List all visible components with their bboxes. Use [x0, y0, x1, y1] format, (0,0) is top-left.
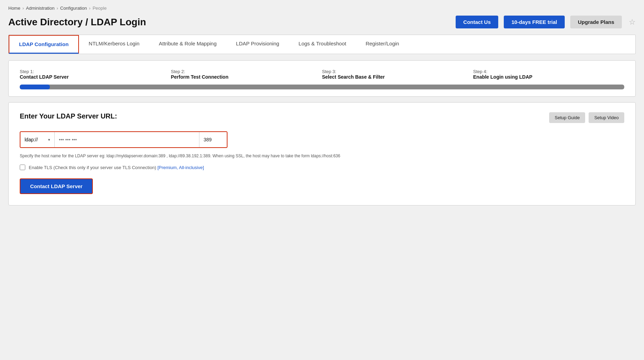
breadcrumb-sep2: ›: [56, 6, 58, 11]
breadcrumb-sep3: ›: [89, 6, 90, 11]
tab-ntlm-kerberos[interactable]: NTLM/Kerberos Login: [79, 35, 149, 54]
header-row: Active Directory / LDAP Login Contact Us…: [8, 16, 636, 28]
section-title: Enter Your LDAP Server URL:: [20, 112, 117, 120]
step-4-label: Step 4:: [473, 69, 625, 74]
trial-button[interactable]: 10-days FREE trial: [504, 16, 565, 28]
step-1-title: Contact LDAP Server: [20, 74, 171, 80]
step-2-label: Step 2:: [171, 69, 322, 74]
setup-guide-button[interactable]: Setup Guide: [549, 112, 585, 123]
helper-buttons: Setup Guide Setup Video: [549, 112, 624, 123]
upgrade-button[interactable]: Upgrade Plans: [570, 16, 622, 28]
tab-logs-troubleshoot[interactable]: Logs & Troubleshoot: [289, 35, 356, 54]
page-title: Active Directory / LDAP Login: [8, 17, 450, 28]
step-4-title: Enable Login using LDAP: [473, 74, 625, 80]
step-4: Step 4: Enable Login using LDAP: [473, 69, 625, 80]
breadcrumb: Home › Administration › Configuration › …: [8, 6, 636, 11]
tls-label-text: Enable TLS (Check this only if your serv…: [29, 165, 156, 170]
tls-premium-link[interactable]: [Premium, All-inclusive]: [158, 165, 204, 170]
hint-text: Specify the host name for the LDAP serve…: [20, 153, 624, 159]
tabs-bar: LDAP Configuration NTLM/Kerberos Login A…: [8, 35, 636, 54]
contact-us-button[interactable]: Contact Us: [456, 16, 498, 28]
form-card: Enter Your LDAP Server URL: Setup Guide …: [8, 102, 636, 205]
step-1: Step 1: Contact LDAP Server: [20, 69, 171, 80]
steps-row: Step 1: Contact LDAP Server Step 2: Perf…: [20, 69, 624, 80]
breadcrumb-home[interactable]: Home: [8, 6, 20, 11]
tls-checkbox[interactable]: [20, 165, 25, 170]
steps-card: Step 1: Contact LDAP Server Step 2: Perf…: [8, 60, 636, 97]
setup-video-button[interactable]: Setup Video: [589, 112, 624, 123]
tls-row: Enable TLS (Check this only if your serv…: [20, 165, 624, 170]
step-3-title: Select Search Base & Filter: [322, 74, 473, 80]
breadcrumb-config[interactable]: Configuration: [60, 6, 87, 11]
progress-bar-background: [20, 85, 624, 89]
page-wrapper: Home › Administration › Configuration › …: [0, 0, 644, 360]
contact-ldap-server-button[interactable]: Contact LDAP Server: [20, 178, 93, 194]
breadcrumb-people: People: [92, 6, 106, 11]
chevron-down-icon: ▾: [48, 138, 50, 142]
step-2: Step 2: Perform Test Connection: [171, 69, 322, 80]
step-1-label: Step 1:: [20, 69, 171, 74]
progress-bar-fill: [20, 85, 50, 89]
tab-ldap-configuration[interactable]: LDAP Configuration: [9, 35, 79, 54]
protocol-selector[interactable]: ldap:// ldaps:// ▾: [20, 132, 55, 147]
tab-register-login[interactable]: Register/Login: [356, 35, 409, 54]
url-input-row: ldap:// ldaps:// ▾: [20, 131, 227, 148]
tab-attribute-role-mapping[interactable]: Attribute & Role Mapping: [149, 35, 226, 54]
tab-ldap-provisioning[interactable]: LDAP Provisioning: [226, 35, 289, 54]
form-card-header: Enter Your LDAP Server URL: Setup Guide …: [20, 112, 624, 123]
protocol-dropdown[interactable]: ldap:// ldaps://: [25, 137, 46, 142]
favorite-star-icon[interactable]: ☆: [629, 18, 636, 27]
host-input[interactable]: [55, 132, 199, 147]
tls-label: Enable TLS (Check this only if your serv…: [29, 165, 204, 170]
breadcrumb-admin[interactable]: Administration: [26, 6, 54, 11]
step-3-label: Step 3:: [322, 69, 473, 74]
port-input[interactable]: [199, 132, 227, 147]
step-2-title: Perform Test Connection: [171, 74, 322, 80]
breadcrumb-sep1: ›: [23, 6, 24, 11]
step-3: Step 3: Select Search Base & Filter: [322, 69, 473, 80]
